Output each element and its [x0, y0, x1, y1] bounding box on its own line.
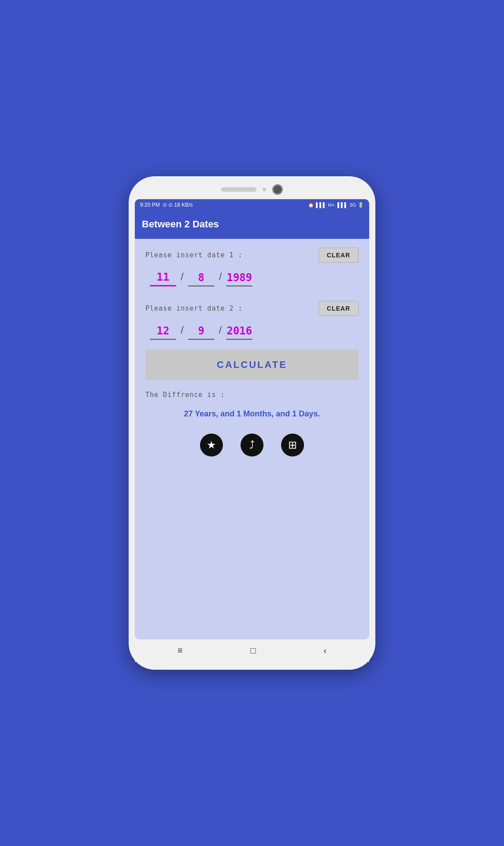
result-label: The Diffrence is :: [145, 391, 359, 399]
date2-clear-button[interactable]: CLEAR: [319, 301, 359, 316]
app-body: Please insert date 1 : CLEAR 11 / 8 / 19…: [135, 239, 369, 639]
status-icons-left: ⊙ ⊙ 18 KB/s: [163, 202, 193, 208]
date1-month-value[interactable]: 8: [188, 271, 215, 286]
app-title: Between 2 Dates: [142, 219, 219, 230]
date1-input-row: 11 / 8 / 1989: [145, 271, 359, 286]
status-signal2: ▌▌▌: [337, 202, 348, 208]
status-bar: 9:20 PM ⊙ ⊙ 18 KB/s ⏰ ▌▌▌ H+· ▌▌▌ 3G 🔋: [135, 199, 369, 211]
status-right: ⏰ ▌▌▌ H+· ▌▌▌ 3G 🔋: [308, 202, 364, 208]
date2-month-underline: [188, 339, 215, 340]
sensor-dot: [263, 188, 266, 191]
date1-sep1: /: [181, 271, 184, 286]
date1-day-value[interactable]: 11: [150, 271, 176, 285]
date1-header-row: Please insert date 1 : CLEAR: [145, 248, 359, 263]
date1-year-underline: [226, 286, 252, 286]
nav-back-button[interactable]: ‹: [323, 646, 326, 656]
date2-year-underline: [226, 339, 252, 340]
date1-day-field: 11: [150, 271, 176, 286]
date1-day-underline: [150, 285, 176, 286]
divider1: [145, 293, 359, 294]
status-signal1: ▌▌▌: [316, 202, 326, 208]
nav-menu-button[interactable]: ≡: [178, 646, 183, 656]
grid-icon: ⊞: [288, 439, 297, 451]
date2-label: Please insert date 2 :: [145, 304, 243, 312]
status-battery: 🔋: [358, 202, 364, 208]
share-icon: ⤴: [249, 439, 255, 451]
result-value: 27 Years, and 1 Months, and 1 Days.: [145, 409, 359, 419]
date2-day-underline: [150, 339, 176, 340]
app-header: Between 2 Dates: [135, 211, 369, 239]
date1-sep2: /: [219, 271, 222, 286]
date2-year-value[interactable]: 2016: [226, 325, 252, 339]
phone-screen: 9:20 PM ⊙ ⊙ 18 KB/s ⏰ ▌▌▌ H+· ▌▌▌ 3G 🔋 B…: [135, 199, 369, 639]
date2-month-field: 9: [188, 325, 215, 340]
share-icon-button[interactable]: ⤴: [241, 434, 263, 456]
nav-home-button[interactable]: □: [250, 646, 256, 656]
phone-device: 9:20 PM ⊙ ⊙ 18 KB/s ⏰ ▌▌▌ H+· ▌▌▌ 3G 🔋 B…: [129, 176, 375, 670]
status-alarm: ⏰: [308, 202, 314, 208]
date2-input-row: 12 / 9 / 2016: [145, 324, 359, 340]
status-left: 9:20 PM ⊙ ⊙ 18 KB/s: [140, 202, 193, 208]
date2-day-field: 12: [150, 325, 176, 340]
bottom-icons-row: ★ ⤴ ⊞: [145, 434, 359, 461]
date2-year-field: 2016: [226, 325, 252, 340]
star-icon: ★: [207, 439, 216, 451]
grid-icon-button[interactable]: ⊞: [281, 434, 304, 456]
date2-header-row: Please insert date 2 : CLEAR: [145, 301, 359, 316]
date1-month-underline: [188, 286, 215, 286]
favorite-icon-button[interactable]: ★: [200, 434, 223, 456]
date2-month-value[interactable]: 9: [188, 325, 215, 339]
date2-sep1: /: [181, 324, 184, 340]
speaker-grille: [221, 187, 256, 192]
phone-top-hardware: [135, 184, 369, 195]
date1-clear-button[interactable]: CLEAR: [319, 248, 359, 263]
front-camera: [272, 184, 283, 195]
status-time: 9:20 PM: [140, 202, 160, 208]
status-carrier: 3G: [349, 202, 356, 208]
calculate-button[interactable]: CALCULATE: [145, 349, 359, 380]
date1-year-value[interactable]: 1989: [226, 271, 252, 286]
date2-sep2: /: [219, 324, 222, 340]
phone-nav-bar: ≡ □ ‹: [135, 639, 369, 662]
date1-month-field: 8: [188, 271, 215, 286]
date2-day-value[interactable]: 12: [150, 325, 176, 339]
status-network: H+·: [328, 202, 335, 208]
date1-year-field: 1989: [226, 271, 252, 286]
date1-label: Please insert date 1 :: [145, 251, 243, 259]
